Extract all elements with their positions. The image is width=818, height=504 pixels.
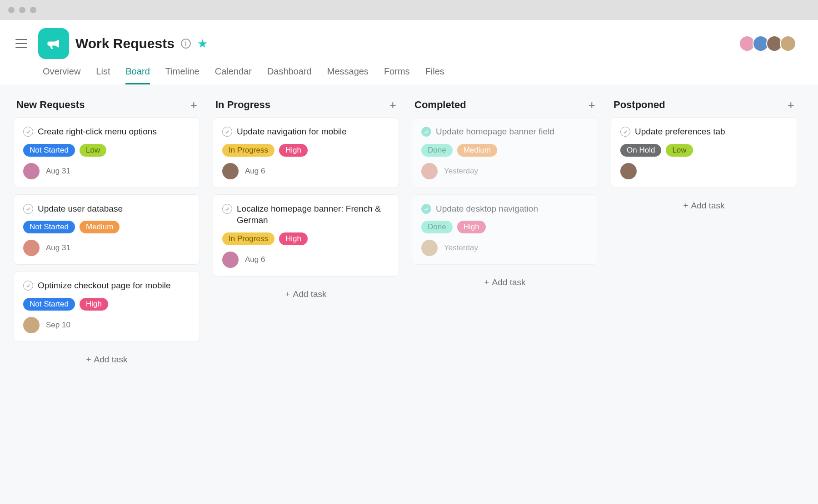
assignee-avatar[interactable] bbox=[23, 317, 40, 333]
checkmark-icon[interactable] bbox=[222, 204, 232, 214]
column-title: New Requests bbox=[16, 99, 85, 111]
assignee-avatar[interactable] bbox=[23, 240, 40, 256]
tags-row: Not StartedHigh bbox=[23, 298, 190, 311]
plus-icon: + bbox=[86, 355, 91, 364]
checkmark-icon[interactable] bbox=[23, 127, 33, 137]
task-title: Update homepage banner field bbox=[436, 126, 554, 138]
add-card-icon[interactable]: + bbox=[589, 99, 595, 111]
card-footer: Sep 10 bbox=[23, 317, 190, 333]
tag[interactable]: High bbox=[279, 232, 308, 245]
assignee-avatar[interactable] bbox=[23, 163, 40, 179]
tag[interactable]: Not Started bbox=[23, 298, 75, 311]
add-card-icon[interactable]: + bbox=[389, 99, 396, 111]
traffic-light-close[interactable] bbox=[8, 7, 15, 13]
task-card[interactable]: Create right-click menu optionsNot Start… bbox=[14, 117, 200, 188]
task-title: Update user database bbox=[38, 203, 123, 215]
plus-icon: + bbox=[285, 289, 290, 299]
task-card[interactable]: Update user databaseNot StartedMediumAug… bbox=[14, 194, 200, 265]
tab-forms[interactable]: Forms bbox=[384, 66, 410, 84]
tag[interactable]: In Progress bbox=[222, 144, 274, 157]
due-date: Aug 31 bbox=[46, 243, 70, 252]
tab-messages[interactable]: Messages bbox=[327, 66, 369, 84]
task-card[interactable]: Optimize checkout page for mobileNot Sta… bbox=[14, 271, 200, 342]
due-date: Aug 31 bbox=[46, 167, 70, 176]
tag[interactable]: Medium bbox=[457, 144, 497, 157]
checkmark-icon[interactable] bbox=[23, 281, 33, 291]
card-footer: Aug 6 bbox=[222, 163, 389, 179]
menu-icon[interactable] bbox=[15, 39, 27, 48]
tab-files[interactable]: Files bbox=[425, 66, 444, 84]
info-icon[interactable]: i bbox=[181, 39, 191, 49]
card-footer: Aug 31 bbox=[23, 240, 190, 256]
due-date: Yesterday bbox=[444, 243, 478, 252]
traffic-light-minimize[interactable] bbox=[19, 7, 25, 13]
tag[interactable]: Low bbox=[80, 144, 106, 157]
tag[interactable]: High bbox=[457, 221, 486, 233]
tag[interactable]: Not Started bbox=[23, 144, 75, 157]
card-footer: Yesterday bbox=[421, 163, 589, 179]
task-card[interactable]: Update homepage banner fieldDoneMediumYe… bbox=[412, 117, 598, 188]
column-header: In Progress+ bbox=[213, 96, 399, 117]
add-task-button[interactable]: +Add task bbox=[412, 271, 598, 294]
add-card-icon[interactable]: + bbox=[190, 99, 197, 111]
assignee-avatar[interactable] bbox=[421, 163, 438, 179]
tag[interactable]: Low bbox=[666, 144, 693, 157]
task-card[interactable]: Update preferences tabOn HoldLow bbox=[611, 117, 797, 188]
assignee-avatar[interactable] bbox=[222, 163, 239, 179]
task-card[interactable]: Localize homepage banner: French & Germa… bbox=[213, 194, 399, 277]
task-title: Optimize checkout page for mobile bbox=[38, 280, 171, 292]
checkmark-icon[interactable] bbox=[23, 204, 33, 214]
window-chrome bbox=[0, 0, 818, 20]
add-card-icon[interactable]: + bbox=[788, 99, 794, 111]
checkmark-icon[interactable] bbox=[421, 204, 431, 214]
checkmark-icon[interactable] bbox=[620, 127, 630, 137]
task-card[interactable]: Update desktop navigationDoneHighYesterd… bbox=[412, 194, 598, 265]
tab-overview[interactable]: Overview bbox=[43, 66, 80, 84]
tag[interactable]: High bbox=[80, 298, 108, 311]
add-task-button[interactable]: +Add task bbox=[611, 194, 797, 217]
project-icon[interactable] bbox=[38, 28, 69, 59]
tab-calendar[interactable]: Calendar bbox=[215, 66, 252, 84]
tab-list[interactable]: List bbox=[96, 66, 110, 84]
tag[interactable]: In Progress bbox=[222, 232, 274, 245]
tags-row: In ProgressHigh bbox=[222, 232, 389, 245]
column-title: Postponed bbox=[614, 99, 665, 111]
tag[interactable]: Done bbox=[421, 221, 453, 233]
column-header: New Requests+ bbox=[14, 96, 200, 117]
star-icon[interactable]: ★ bbox=[197, 37, 208, 51]
column-header: Completed+ bbox=[412, 96, 598, 117]
tag[interactable]: On Hold bbox=[620, 144, 661, 157]
checkmark-icon[interactable] bbox=[421, 127, 431, 137]
tab-dashboard[interactable]: Dashboard bbox=[267, 66, 312, 84]
checkmark-icon[interactable] bbox=[222, 127, 232, 137]
due-date: Aug 6 bbox=[245, 255, 265, 264]
board: New Requests+Create right-click menu opt… bbox=[0, 84, 818, 383]
tab-board[interactable]: Board bbox=[125, 66, 150, 84]
column: Postponed+Update preferences tabOn HoldL… bbox=[611, 96, 797, 217]
add-task-button[interactable]: +Add task bbox=[213, 283, 399, 306]
task-title: Update desktop navigation bbox=[436, 203, 538, 215]
plus-icon: + bbox=[484, 277, 489, 287]
app-header: Work Requests i ★ OverviewListBoardTimel… bbox=[0, 20, 818, 84]
tag[interactable]: High bbox=[279, 144, 308, 157]
tab-timeline[interactable]: Timeline bbox=[165, 66, 200, 84]
column: In Progress+Update navigation for mobile… bbox=[213, 96, 399, 306]
tab-bar: OverviewListBoardTimelineCalendarDashboa… bbox=[15, 66, 803, 84]
tag[interactable]: Not Started bbox=[23, 221, 75, 233]
task-title: Localize homepage banner: French & Germa… bbox=[237, 203, 389, 226]
task-card[interactable]: Update navigation for mobileIn ProgressH… bbox=[213, 117, 399, 188]
tags-row: Not StartedMedium bbox=[23, 221, 190, 233]
column: Completed+Update homepage banner fieldDo… bbox=[412, 96, 598, 294]
tag[interactable]: Medium bbox=[80, 221, 120, 233]
add-task-button[interactable]: +Add task bbox=[14, 348, 200, 371]
assignee-avatar[interactable] bbox=[222, 252, 239, 268]
assignee-avatar[interactable] bbox=[620, 163, 637, 179]
traffic-light-zoom[interactable] bbox=[30, 7, 36, 13]
assignee-avatar[interactable] bbox=[421, 240, 438, 256]
card-footer bbox=[620, 163, 788, 179]
plus-icon: + bbox=[683, 201, 688, 210]
member-avatars[interactable] bbox=[742, 35, 803, 52]
member-avatar[interactable] bbox=[780, 35, 796, 52]
tag[interactable]: Done bbox=[421, 144, 453, 157]
task-title: Update navigation for mobile bbox=[237, 126, 347, 138]
